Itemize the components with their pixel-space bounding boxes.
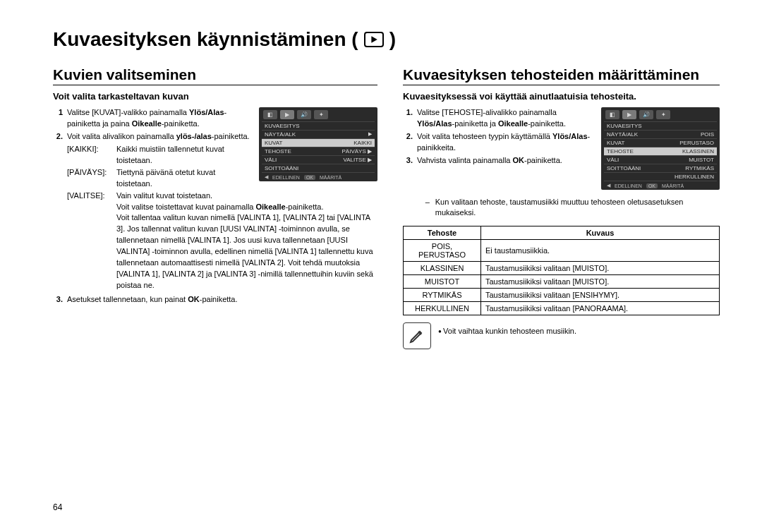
note-pencil-icon bbox=[403, 322, 431, 349]
lcd-tab-sound-icon: 🔊 bbox=[297, 110, 311, 119]
step-number: 3. bbox=[403, 155, 413, 167]
title-close: ) bbox=[389, 28, 396, 51]
table-row: MUISTOTTaustamusiikiksi valitaan [MUISTO… bbox=[404, 274, 720, 288]
table-row: RYTMIKÄSTaustamusiikiksi valitaan [ENSIH… bbox=[404, 288, 720, 301]
left-heading: Kuvien valitseminen bbox=[53, 66, 377, 85]
def-key: [KAIKKI]: bbox=[67, 144, 112, 167]
right-subheading: Kuvaesityksessä voi käyttää ainutlaatuis… bbox=[403, 91, 720, 102]
definition-list-cont: [VALITSE]: Vain valitut kuvat toistetaan… bbox=[67, 191, 377, 291]
lcd-tab-play-icon: ▶ bbox=[622, 110, 636, 119]
tip-box: Voit vaihtaa kunkin tehosteen musiikin. bbox=[403, 322, 720, 349]
step-number: 1 bbox=[53, 107, 63, 130]
table-row: HERKULLINENTaustamusiikiksi valitaan [PA… bbox=[404, 301, 720, 315]
def-key: [PÄIVÄYS]: bbox=[67, 167, 112, 190]
note-text: Kun valitaan tehoste, taustamusiikki muu… bbox=[435, 197, 720, 219]
title-text: Kuvaesityksen käynnistäminen ( bbox=[53, 28, 358, 51]
page-title: Kuvaesityksen käynnistäminen ( ) bbox=[53, 28, 720, 51]
note: – Kun valitaan tehoste, taustamusiikki m… bbox=[424, 197, 720, 219]
left-top-block: 1 Valitse [KUVAT]-valikko painamalla Ylö… bbox=[53, 107, 377, 191]
instructions: 1 Valitse [KUVAT]-valikko painamalla Ylö… bbox=[53, 107, 252, 143]
svg-marker-0 bbox=[371, 36, 377, 43]
table-row: KLASSINENTaustamusiikiksi valitaan [MUIS… bbox=[404, 261, 720, 274]
left-column: Kuvien valitseminen Voit valita tarkaste… bbox=[53, 66, 377, 307]
def-val: Kaikki muistiin tallennetut kuvat toiste… bbox=[116, 144, 252, 167]
lcd-tab-icon: ◧ bbox=[263, 110, 277, 119]
slideshow-icon bbox=[364, 32, 384, 47]
document-page: Kuvaesityksen käynnistäminen ( ) Kuvien … bbox=[0, 0, 762, 363]
lcd-tab-setup-icon: ✦ bbox=[314, 110, 328, 119]
effects-table: Tehoste Kuvaus POIS,PERUSTASO Ei taustam… bbox=[403, 226, 720, 315]
lcd-tab-sound-icon: 🔊 bbox=[639, 110, 653, 119]
right-column: Kuvaesityksen tehosteiden määrittäminen … bbox=[403, 66, 720, 349]
page-number: 64 bbox=[53, 502, 62, 512]
step-number: 2. bbox=[53, 131, 63, 143]
tip-text: Voit vaihtaa kunkin tehosteen musiikin. bbox=[438, 327, 576, 335]
lcd-tab-setup-icon: ✦ bbox=[656, 110, 670, 119]
table-row: POIS,PERUSTASO Ei taustamusiikkia. bbox=[404, 239, 720, 261]
dash-icon: – bbox=[424, 197, 431, 219]
right-top-block: 1. Valitse [TEHOSTE]-alivalikko painamal… bbox=[403, 107, 720, 190]
camera-lcd-right: ◧ ▶ 🔊 ✦ KUVAESITYS NÄYTÄ/ALKPOIS KUVATPE… bbox=[601, 107, 720, 190]
step-number: 2. bbox=[403, 131, 413, 154]
step-number: 1. bbox=[403, 107, 413, 130]
def-val: Tiettynä päivänä otetut kuvat toistetaan… bbox=[116, 167, 252, 190]
step-number: 3. bbox=[53, 294, 63, 306]
th-desc: Kuvaus bbox=[481, 226, 720, 239]
camera-lcd-left: ◧ ▶ 🔊 ✦ KUVAESITYS NÄYTÄ/ALK▶ KUVATKAIKK… bbox=[259, 107, 377, 181]
left-subheading: Voit valita tarkasteltavan kuvan bbox=[53, 91, 377, 102]
two-column-layout: Kuvien valitseminen Voit valita tarkaste… bbox=[53, 66, 720, 349]
right-heading: Kuvaesityksen tehosteiden määrittäminen bbox=[403, 66, 720, 85]
th-effect: Tehoste bbox=[404, 226, 481, 239]
definition-list: [KAIKKI]: Kaikki muistiin tallennetut ku… bbox=[67, 144, 252, 190]
lcd-tab-icon: ◧ bbox=[605, 110, 619, 119]
def-key: [VALITSE]: bbox=[67, 191, 112, 291]
lcd-tab-play-icon: ▶ bbox=[280, 110, 294, 119]
